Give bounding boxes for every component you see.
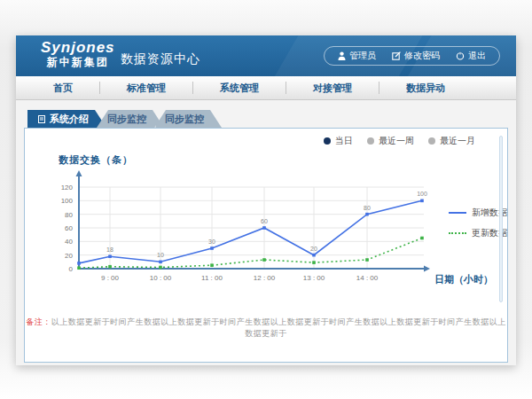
app-header: Synjones 新中新集团 数据资源中心 管理员 修改密码: [16, 35, 516, 76]
chart-panel: 当日 最近一周 最近一月 数据交换（条） 0204060801001209 : …: [24, 128, 508, 363]
svg-text:9 : 00: 9 : 00: [101, 274, 120, 282]
tab-bar: 系统介绍 同步监控 同步监控: [27, 110, 508, 128]
solid-line-swatch-icon: [449, 212, 466, 214]
document-icon: [38, 115, 45, 123]
svg-text:30: 30: [208, 239, 215, 245]
footer-note: 备注：以上数据更新于时间产生数据以上数据更新于时间产生数据以上数据更新于时间产生…: [25, 317, 507, 340]
svg-text:日期（小时）: 日期（小时）: [434, 274, 493, 286]
svg-text:13 : 00: 13 : 00: [303, 274, 325, 282]
tab-label: 同步监控: [165, 113, 204, 126]
logout-button[interactable]: 退出: [448, 50, 494, 62]
brand-logo-cn: 新中新集团: [41, 57, 115, 68]
svg-text:10 : 00: 10 : 00: [150, 274, 172, 282]
filter-label: 最近一周: [379, 135, 414, 147]
svg-text:0: 0: [69, 265, 74, 273]
nav-item-standard-mgmt[interactable]: 标准管理: [100, 82, 193, 94]
nav-item-data-change[interactable]: 数据异动: [379, 82, 472, 94]
page-title: 数据资源中心: [121, 51, 200, 67]
radio-selected-icon: [324, 137, 331, 145]
filter-label: 最近一月: [440, 135, 475, 147]
content-area: 系统介绍 同步监控 同步监控 当日 最近一周: [16, 100, 516, 365]
svg-text:11 : 00: 11 : 00: [201, 274, 223, 282]
main-nav: 首页 标准管理 系统管理 对接管理 数据异动: [16, 76, 516, 100]
svg-text:14 : 00: 14 : 00: [356, 274, 379, 282]
radio-icon: [367, 137, 374, 145]
svg-text:10: 10: [157, 252, 164, 258]
filter-last-week[interactable]: 最近一周: [367, 135, 414, 147]
change-password-label: 修改密码: [404, 50, 440, 62]
svg-text:60: 60: [261, 218, 268, 224]
filter-today[interactable]: 当日: [324, 135, 353, 147]
svg-text:12 : 00: 12 : 00: [254, 274, 276, 282]
svg-text:80: 80: [65, 211, 73, 219]
panel-scrollbar[interactable]: [499, 136, 503, 302]
change-password-button[interactable]: 修改密码: [384, 50, 448, 62]
logout-label: 退出: [468, 50, 486, 62]
brand-logo: Synjones 新中新集团: [41, 40, 115, 68]
nav-item-system-mgmt[interactable]: 系统管理: [193, 82, 286, 94]
tab-sync-monitor-2[interactable]: 同步监控: [154, 110, 222, 128]
current-user-button[interactable]: 管理员: [330, 50, 384, 62]
time-range-filter: 当日 最近一周 最近一月: [324, 135, 475, 147]
footer-note-prefix: 备注：: [26, 317, 51, 326]
filter-last-month[interactable]: 最近一月: [428, 135, 475, 147]
radio-icon: [428, 137, 435, 145]
nav-item-home[interactable]: 首页: [27, 82, 100, 94]
tab-sync-monitor-1[interactable]: 同步监控: [97, 110, 164, 128]
line-chart: 0204060801001209 : 0010 : 0011 : 0012 : …: [25, 164, 515, 297]
tab-label: 系统介绍: [50, 113, 89, 126]
user-toolbar: 管理员 修改密码 退出: [324, 46, 500, 66]
svg-text:100: 100: [417, 191, 427, 197]
svg-text:20: 20: [65, 252, 73, 260]
svg-text:40: 40: [65, 238, 73, 246]
user-icon: [338, 51, 346, 60]
footer-note-text: 以上数据更新于时间产生数据以上数据更新于时间产生数据以上数据更新于时间产生数据以…: [51, 317, 506, 338]
edit-icon: [392, 51, 401, 60]
svg-text:60: 60: [65, 224, 73, 232]
tab-system-intro[interactable]: 系统介绍: [27, 110, 106, 128]
tab-label: 同步监控: [107, 113, 146, 126]
svg-text:120: 120: [61, 184, 74, 192]
current-user-label: 管理员: [349, 50, 376, 62]
filter-label: 当日: [335, 135, 353, 147]
svg-text:100: 100: [61, 197, 74, 205]
svg-text:80: 80: [364, 205, 371, 211]
svg-text:20: 20: [310, 246, 317, 252]
nav-item-interface-mgmt[interactable]: 对接管理: [286, 82, 379, 94]
power-icon: [456, 51, 465, 60]
app-window: Synjones 新中新集团 数据资源中心 管理员 修改密码: [16, 35, 516, 365]
dotted-line-swatch-icon: [449, 232, 466, 234]
brand-logo-en: Synjones: [41, 40, 115, 57]
svg-text:18: 18: [106, 246, 113, 253]
